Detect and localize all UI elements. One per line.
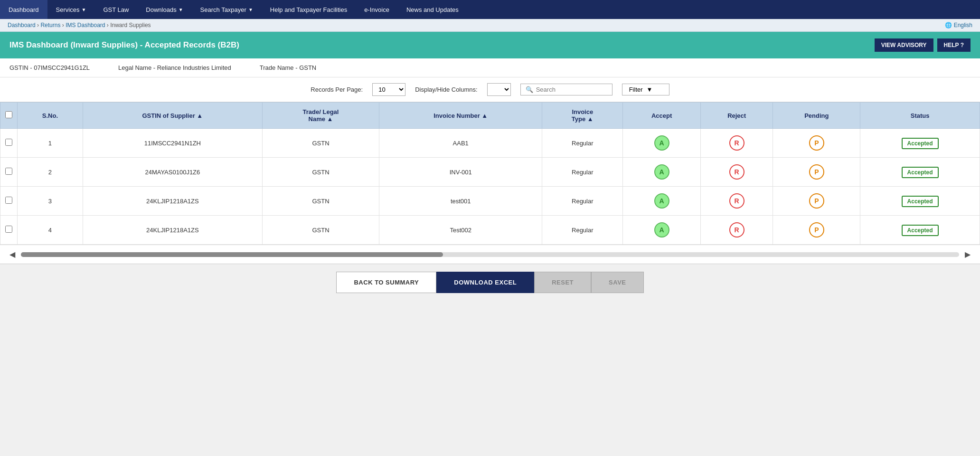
download-excel-button[interactable]: DOWNLOAD EXCEL	[436, 272, 534, 293]
nav-services[interactable]: Services ▼	[47, 0, 95, 19]
select-all-checkbox[interactable]	[5, 111, 12, 118]
row-status-cell: Accepted	[860, 158, 980, 187]
header-reject: Reject	[700, 103, 773, 129]
row-status-cell: Accepted	[860, 129, 980, 158]
row-invoice-type: Regular	[542, 187, 623, 216]
accept-button-1[interactable]: A	[654, 135, 669, 151]
display-hide-select[interactable]	[487, 83, 511, 96]
page-title: IMS Dashboard (Inward Supplies) - Accept…	[9, 40, 239, 50]
scroll-left-arrow[interactable]: ◀	[7, 249, 18, 260]
services-dropdown-arrow: ▼	[81, 7, 86, 12]
row-invoice-type: Regular	[542, 129, 623, 158]
accept-button-4[interactable]: A	[654, 222, 669, 238]
row-invoice-number: test001	[379, 187, 542, 216]
save-button[interactable]: SAVE	[591, 272, 643, 293]
pending-button-4[interactable]: P	[809, 222, 824, 238]
bottom-buttons: BACK TO SUMMARY DOWNLOAD EXCEL RESET SAV…	[0, 264, 980, 301]
gstin-value: 07IMSCC2941G1ZL	[34, 64, 90, 71]
trade-name-info: Trade Name - GSTN	[260, 64, 316, 71]
row-gstin: 24MAYAS0100J1Z6	[83, 158, 262, 187]
downloads-dropdown-arrow: ▼	[179, 7, 183, 12]
reset-button[interactable]: RESET	[534, 272, 591, 293]
row-gstin: 11IMSCC2941N1ZH	[83, 129, 262, 158]
nav-help[interactable]: Help and Taxpayer Facilities	[262, 0, 356, 19]
language-selector[interactable]: 🌐 English	[945, 22, 972, 28]
row-invoice-number: Test002	[379, 216, 542, 245]
language-label: English	[954, 22, 972, 28]
search-box: 🔍	[520, 84, 612, 95]
accept-button-3[interactable]: A	[654, 193, 669, 209]
nav-gst-law[interactable]: GST Law	[94, 0, 137, 19]
header-gstin[interactable]: GSTIN of Supplier ▲	[83, 103, 262, 129]
status-badge-2: Accepted	[902, 167, 939, 178]
header-invoice-type[interactable]: InvoiceType ▲	[542, 103, 623, 129]
pending-button-1[interactable]: P	[809, 135, 824, 151]
back-to-summary-button[interactable]: BACK TO SUMMARY	[336, 272, 436, 293]
display-hide-label: Display/Hide Columns:	[415, 86, 478, 93]
breadcrumb: Dashboard › Returns › IMS Dashboard › In…	[8, 22, 151, 28]
row-trade-legal: GSTN	[262, 129, 379, 158]
scroll-right-arrow[interactable]: ▶	[962, 249, 973, 260]
filter-label: Filter	[629, 86, 643, 93]
nav-dashboard[interactable]: Dashboard	[0, 0, 47, 19]
header-sno: S.No.	[18, 103, 83, 129]
row-invoice-type: Regular	[542, 158, 623, 187]
row-status-cell: Accepted	[860, 187, 980, 216]
header-accept: Accept	[623, 103, 701, 129]
pending-button-3[interactable]: P	[809, 193, 824, 209]
reject-button-4[interactable]: R	[729, 222, 744, 238]
row-pending-cell: P	[773, 158, 860, 187]
search-input[interactable]	[536, 86, 607, 93]
records-per-page-label: Records Per Page:	[311, 86, 363, 93]
nav-search-taxpayer[interactable]: Search Taxpayer ▼	[192, 0, 262, 19]
row-checkbox-cell	[0, 129, 18, 158]
row-reject-cell: R	[700, 158, 773, 187]
accept-button-2[interactable]: A	[654, 164, 669, 180]
nav-news[interactable]: News and Updates	[398, 0, 467, 19]
status-badge-1: Accepted	[902, 138, 939, 149]
reject-button-1[interactable]: R	[729, 135, 744, 151]
row-sno: 4	[18, 216, 83, 245]
reject-button-2[interactable]: R	[729, 164, 744, 180]
breadcrumb-dashboard[interactable]: Dashboard	[8, 22, 36, 28]
nav-downloads[interactable]: Downloads ▼	[137, 0, 191, 19]
view-advisory-button[interactable]: VIEW ADVISORY	[875, 38, 933, 52]
breadcrumb-returns[interactable]: Returns	[40, 22, 60, 28]
scrollbar-track[interactable]	[21, 252, 959, 257]
row-invoice-number: INV-001	[379, 158, 542, 187]
nav-e-invoice[interactable]: e-Invoice	[356, 0, 398, 19]
controls-bar: Records Per Page: 10 25 50 100 Display/H…	[0, 77, 980, 102]
row-checkbox-cell	[0, 216, 18, 245]
trade-name-label: Trade Name -	[260, 64, 299, 71]
globe-icon: 🌐	[945, 22, 952, 28]
row-checkbox-4[interactable]	[5, 226, 12, 233]
row-accept-cell: A	[623, 129, 701, 158]
status-badge-4: Accepted	[902, 225, 939, 236]
pending-button-2[interactable]: P	[809, 164, 824, 180]
filter-box[interactable]: Filter ▼	[622, 84, 669, 95]
row-checkbox-2[interactable]	[5, 168, 12, 175]
filter-icon: ▼	[647, 86, 653, 93]
breadcrumb-ims-dashboard[interactable]: IMS Dashboard	[66, 22, 105, 28]
row-gstin: 24KLJIP1218A1ZS	[83, 216, 262, 245]
search-icon: 🔍	[526, 86, 533, 93]
header-checkbox-cell	[0, 103, 18, 129]
row-accept-cell: A	[623, 158, 701, 187]
table-row: 4 24KLJIP1218A1ZS GSTN Test002 Regular A…	[0, 216, 980, 245]
table-row: 2 24MAYAS0100J1Z6 GSTN INV-001 Regular A…	[0, 158, 980, 187]
breadcrumb-bar: Dashboard › Returns › IMS Dashboard › In…	[0, 19, 980, 32]
help-button[interactable]: HELP ?	[937, 38, 971, 52]
header-buttons: VIEW ADVISORY HELP ?	[875, 38, 971, 52]
scrollbar-row: ◀ ▶	[0, 245, 980, 264]
records-per-page-select[interactable]: 10 25 50 100	[372, 83, 405, 96]
header-trade-legal[interactable]: Trade/ LegalName ▲	[262, 103, 379, 129]
header-pending: Pending	[773, 103, 860, 129]
header-invoice-number[interactable]: Invoice Number ▲	[379, 103, 542, 129]
row-checkbox-1[interactable]	[5, 139, 12, 146]
table-container: S.No. GSTIN of Supplier ▲ Trade/ LegalNa…	[0, 102, 980, 245]
row-sno: 2	[18, 158, 83, 187]
row-trade-legal: GSTN	[262, 187, 379, 216]
top-nav: Dashboard Services ▼ GST Law Downloads ▼…	[0, 0, 980, 19]
row-checkbox-3[interactable]	[5, 197, 12, 204]
reject-button-3[interactable]: R	[729, 193, 744, 209]
